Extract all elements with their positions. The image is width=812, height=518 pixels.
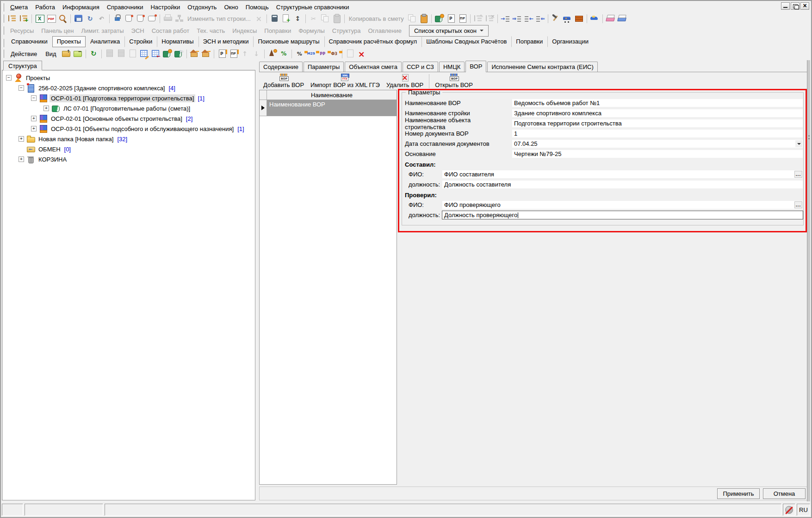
open-windows-button[interactable]: Список открытых окон — [409, 25, 489, 37]
menu-rabota[interactable]: Работа — [31, 2, 59, 12]
language-indicator[interactable]: RU — [797, 504, 810, 516]
menu-otdohnut[interactable]: Отдохнуть — [184, 2, 220, 12]
norm-book-icon[interactable] — [434, 13, 445, 24]
toolbar-grip[interactable] — [3, 3, 4, 12]
delete-icon[interactable] — [356, 49, 367, 59]
tree-item-256-02-2025[interactable]: −256-02-2025 [Здание спортивного комплек… — [4, 83, 254, 93]
field-sostavil-dolzhnost-input[interactable]: Должность составителя — [442, 181, 803, 188]
tab-poiskovye-marshruty[interactable]: Поисковые маршруты — [253, 36, 324, 47]
tab-spravochnik-raschetnyh-formul[interactable]: Справочник расчётных формул — [324, 36, 422, 47]
pp-icon[interactable] — [317, 49, 329, 59]
field-naimenovanie-stroyki-input[interactable]: Здание спортивного комплекса — [512, 109, 803, 117]
info-disabled-icon[interactable] — [785, 506, 793, 514]
field-proveril-fio-input[interactable]: ФИО проверяющего... — [442, 201, 803, 209]
machines-icon[interactable] — [562, 13, 573, 24]
tab-organizatsii[interactable]: Организации — [547, 36, 593, 47]
fz-icon[interactable] — [329, 49, 340, 59]
save-icon[interactable] — [73, 13, 84, 24]
action-menu[interactable]: Действие — [6, 49, 41, 59]
tab-ispolnenie-smety-eis[interactable]: Исполнение Сметы контракта (ЕИС) — [487, 62, 597, 72]
paste-from-buffer-icon[interactable] — [418, 13, 429, 24]
doc-pr-icon[interactable] — [457, 13, 468, 24]
apply-button[interactable]: Применить — [717, 488, 760, 499]
menu-spravochniki[interactable]: Справочники — [103, 2, 147, 12]
refresh-tree-icon[interactable] — [88, 49, 99, 59]
toolbar-grip[interactable] — [3, 50, 4, 58]
tab-soderzhanie[interactable]: Содержание — [259, 62, 303, 72]
indent-in-icon[interactable] — [500, 13, 511, 24]
close-button[interactable] — [800, 2, 809, 10]
menu-pomosch[interactable]: Помощь — [242, 2, 273, 12]
tab-proekty[interactable]: Проекты — [52, 36, 86, 47]
tree-expander-icon[interactable]: − — [31, 95, 37, 101]
tab-shablony-svodnyh-raschetov[interactable]: Шаблоны Сводных Расчётов — [421, 36, 511, 47]
field-data-sostavleniya-input[interactable]: 07.04.25 — [512, 140, 803, 148]
structure-tree-icon[interactable] — [6, 13, 18, 24]
tree-item-osr-02-01[interactable]: +ОСР-02-01 [Основные объекты строительст… — [4, 113, 254, 124]
tab-spravochniki[interactable]: Справочники — [6, 36, 52, 47]
doc-p-gear-icon[interactable] — [216, 49, 228, 59]
tree-item-ls-07-01[interactable]: +ЛС 07-01 [Подготовительные работы (смет… — [4, 103, 254, 113]
index-percent-icon[interactable] — [278, 49, 290, 59]
tree-expander-icon[interactable]: + — [19, 156, 24, 162]
cancel-button[interactable]: Отмена — [763, 488, 806, 499]
field-sostavil-fio-input[interactable]: ФИО составителя... — [442, 170, 803, 178]
tab-popravki[interactable]: Поправки — [511, 36, 547, 47]
delete-vor-button[interactable]: Удалить ВОР — [383, 73, 427, 90]
restore-button[interactable] — [791, 2, 800, 10]
folder-collapse-icon[interactable] — [72, 49, 84, 59]
open-vor-button[interactable]: Открыть ВОР — [432, 73, 476, 90]
tree-item-projects[interactable]: −Проекты — [4, 73, 254, 83]
import-vor-button[interactable]: Импорт ВОР из XML ГГЭ — [307, 73, 383, 90]
tab-obektnaya-smeta[interactable]: Объектная смета — [345, 62, 402, 72]
indent-out-all-icon[interactable] — [534, 13, 546, 24]
vor-list-row[interactable]: Наименование ВОР — [260, 100, 397, 116]
menu-informatsiya[interactable]: Информация — [59, 2, 103, 12]
estimate-import-icon[interactable] — [173, 49, 185, 59]
tab-stroyki[interactable]: Стройки — [124, 36, 157, 47]
works-icon[interactable] — [550, 13, 562, 24]
excel-export-icon[interactable] — [34, 13, 45, 24]
pdf-export-icon[interactable] — [45, 13, 57, 24]
tree-expander-icon[interactable]: + — [43, 106, 49, 111]
menu-strukturnye-spravochniki[interactable]: Структурные справочники — [273, 2, 353, 12]
indent-in-all-icon[interactable] — [511, 13, 523, 24]
summary-icon[interactable] — [267, 49, 278, 59]
menu-smeta[interactable]: Смета — [6, 2, 31, 12]
right-splitter[interactable] — [807, 60, 810, 501]
catalog-pink-icon[interactable] — [605, 13, 616, 24]
tree-item-osr-01-01[interactable]: −ОСР-01-01 [Подготовка территории строит… — [4, 93, 254, 103]
estimate-book-icon[interactable] — [161, 49, 173, 59]
field-osnovanie-input[interactable]: Чертежи №79-25 — [512, 150, 803, 158]
tab-nmck[interactable]: НМЦК — [439, 62, 465, 72]
field-proveril-dolzhnost-input[interactable]: Должность проверяющего — [442, 211, 803, 219]
toolbar-grip[interactable] — [3, 26, 4, 35]
minimize-button[interactable] — [781, 2, 790, 10]
field-nomer-dokumenta-vor-input[interactable]: 1 — [512, 130, 803, 137]
tab-vor[interactable]: ВОР — [465, 61, 486, 72]
tab-analitika[interactable]: Аналитика — [86, 36, 124, 47]
tree-expander-icon[interactable]: + — [31, 116, 37, 121]
tree-expander-icon[interactable]: − — [19, 85, 24, 91]
tree-item-obmen[interactable]: ОБМЕН[0] — [4, 144, 254, 154]
menu-nastroyki[interactable]: Настройки — [147, 2, 184, 12]
tree-expander-icon[interactable]: − — [6, 75, 12, 81]
tab-esn-i-metodiki[interactable]: ЭСН и методики — [198, 36, 254, 47]
refresh-icon[interactable] — [84, 13, 96, 24]
tab-struktura[interactable]: Структура — [3, 61, 42, 70]
ellipsis-button[interactable]: ... — [794, 171, 802, 178]
m29-icon[interactable] — [305, 49, 317, 59]
object-import-icon[interactable] — [200, 49, 212, 59]
tab-ssr-i-sz[interactable]: ССР и СЗ — [403, 62, 438, 72]
doc-pr-gear-icon[interactable] — [228, 49, 239, 59]
sort-rows-icon[interactable] — [292, 13, 304, 24]
indent-out-icon[interactable] — [523, 13, 534, 24]
percent-gear-icon[interactable] — [294, 49, 305, 59]
tree-item-osr-03-01[interactable]: +ОСР-03-01 [Объекты подсобного и обслужи… — [4, 124, 254, 134]
field-naimenovanie-vor-input[interactable]: Ведомость объемов работ №1 — [512, 99, 803, 107]
insert-row-icon[interactable] — [123, 13, 135, 24]
page-insert-icon[interactable] — [280, 13, 292, 24]
search-icon[interactable] — [57, 13, 68, 24]
structure-tree-add-icon[interactable] — [18, 13, 30, 24]
doc-p-icon[interactable] — [445, 13, 457, 24]
